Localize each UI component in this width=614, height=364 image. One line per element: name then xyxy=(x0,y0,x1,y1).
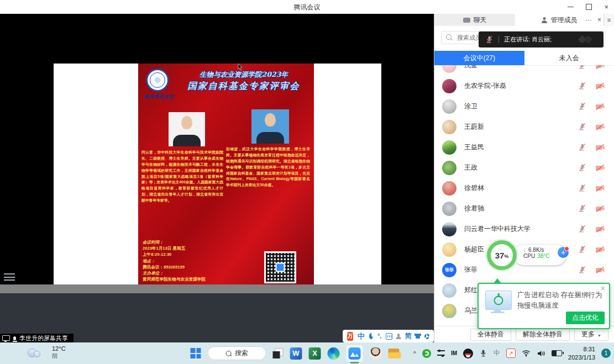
qq-icon[interactable] xyxy=(463,349,473,358)
tray-expand-icon[interactable]: ^ xyxy=(413,350,416,357)
performance-widget[interactable]: ↓6.8K/s CPU38°C 37% + xyxy=(487,239,575,272)
ime-simplified-icon[interactable]: 简 xyxy=(405,331,411,341)
cloud-icon xyxy=(27,349,43,357)
camera-muted-icon[interactable] xyxy=(595,246,605,254)
camera-muted-icon[interactable] xyxy=(595,225,605,233)
ime-language-toggle[interactable]: 中 xyxy=(358,331,365,341)
segment-in-meeting[interactable]: 会议中(27) xyxy=(434,51,524,65)
ime-keyboard-icon[interactable] xyxy=(386,333,392,340)
member-row[interactable]: 王益民 xyxy=(434,137,614,157)
member-segments: 会议中(27) 未入会 xyxy=(434,51,614,66)
mic-muted-icon[interactable] xyxy=(578,82,586,90)
popup-close-icon[interactable]: × xyxy=(601,284,605,292)
panel-menu-icon[interactable]: ≡ xyxy=(603,14,614,26)
notification-badge[interactable]: 1 xyxy=(601,349,611,358)
meeting-logo-watermark xyxy=(578,35,595,44)
member-row[interactable]: 生农学院-张磊 xyxy=(434,76,614,96)
member-row[interactable]: 徐碧林 xyxy=(434,178,614,198)
close-icon[interactable]: × xyxy=(604,3,608,10)
task-view-icon[interactable] xyxy=(273,348,284,358)
download-arrow-icon: ↓ xyxy=(523,247,526,253)
expert-photo-right xyxy=(251,109,289,144)
speaker-icon[interactable] xyxy=(537,350,545,357)
camera-muted-icon[interactable] xyxy=(595,82,605,90)
minimize-icon[interactable] xyxy=(568,7,574,7)
accelerate-plus-icon[interactable]: + xyxy=(558,247,569,258)
im-tray-icon[interactable]: IM xyxy=(451,350,457,356)
more-options-icon[interactable]: ··· xyxy=(585,16,592,24)
camera-muted-icon[interactable] xyxy=(595,205,605,213)
mic-muted-icon[interactable] xyxy=(578,245,586,254)
memory-usage-ring[interactable]: 37% xyxy=(487,240,517,270)
panel-tab-bar: 聊天 管理成员 ··· × ≡ xyxy=(434,14,614,26)
member-row[interactable]: 涂卫 xyxy=(434,96,614,117)
antivirus-icon[interactable] xyxy=(422,349,431,358)
ime-fullhalf-icon[interactable] xyxy=(369,333,373,339)
mic-muted-icon[interactable] xyxy=(578,184,586,192)
file-explorer-icon[interactable] xyxy=(389,348,401,358)
segment-not-joined[interactable]: 未入会 xyxy=(524,51,614,65)
mic-muted-icon[interactable] xyxy=(578,123,586,131)
unmute-all-button[interactable]: 解除全体静音 xyxy=(516,329,570,341)
ime-toolbar[interactable]: 万 中 °, 简 xyxy=(343,330,434,342)
mic-muted-icon[interactable] xyxy=(578,266,586,274)
monitor-power-icon xyxy=(485,291,512,310)
tab-manage-members[interactable]: 管理成员 ··· × xyxy=(515,14,603,26)
clock[interactable]: 8:31 2023/1/13 xyxy=(568,345,595,361)
horizontal-scrollbar[interactable] xyxy=(0,284,434,293)
excel-icon[interactable]: X xyxy=(309,347,321,360)
ime-punctuation-icon[interactable]: °, xyxy=(377,333,381,339)
ime-account-icon[interactable] xyxy=(397,334,401,339)
member-row[interactable]: 王政 xyxy=(434,157,614,178)
camera-muted-icon[interactable] xyxy=(595,184,605,192)
optimize-button[interactable]: 点击优化 xyxy=(566,312,605,324)
ime-settings-icon[interactable] xyxy=(424,334,429,339)
edge-icon[interactable] xyxy=(328,347,340,360)
chat-icon xyxy=(463,18,470,23)
panel-close-icon[interactable]: × xyxy=(597,16,601,24)
more-button[interactable]: 更多 xyxy=(574,329,608,341)
member-row[interactable]: 徐君驰 xyxy=(434,198,614,219)
screen-share-label: 李世升的屏幕共享 xyxy=(19,334,68,342)
wifi-icon[interactable] xyxy=(522,350,531,357)
avatar xyxy=(442,202,456,216)
weather-widget[interactable]: 12°C 阴 xyxy=(27,345,66,360)
time: 8:31 xyxy=(568,345,595,353)
camera-muted-icon[interactable] xyxy=(595,144,605,151)
mic-muted-icon[interactable] xyxy=(578,102,586,110)
mute-all-button[interactable]: 全体静音 xyxy=(470,329,511,341)
ime-indicator[interactable]: 中 xyxy=(494,349,500,358)
remote-app-icon[interactable]: ↗ xyxy=(506,349,516,358)
battery-icon[interactable] xyxy=(552,350,562,356)
microphone-tray-icon[interactable] xyxy=(479,349,487,357)
member-row[interactable]: 沈蓝 xyxy=(434,65,614,76)
ime-skin-icon[interactable] xyxy=(416,334,420,339)
member-row[interactable]: 闫云君一华中科技大学 xyxy=(434,219,614,239)
start-button[interactable] xyxy=(191,348,201,358)
mic-muted-icon[interactable] xyxy=(578,143,586,151)
camera-muted-icon[interactable] xyxy=(595,65,605,70)
taskbar-search[interactable]: 搜索 xyxy=(208,346,266,360)
tab-chat[interactable]: 聊天 xyxy=(434,14,515,26)
camera-muted-icon[interactable] xyxy=(595,164,605,172)
contact-app-icon[interactable] xyxy=(370,347,382,360)
outline-toggle-icon[interactable] xyxy=(4,273,15,281)
mic-icon xyxy=(13,336,16,340)
mic-muted-icon[interactable] xyxy=(578,65,586,70)
camera-muted-icon[interactable] xyxy=(595,103,605,110)
mic-muted-icon[interactable] xyxy=(578,163,586,172)
camera-muted-icon[interactable] xyxy=(595,123,605,131)
university-seal-logo xyxy=(146,68,169,92)
mic-muted-icon[interactable] xyxy=(578,204,586,213)
ad-warning-popup: 广告进程启动 存在捆绑行为 拖慢电脑速度 点击优化 × xyxy=(477,283,610,329)
window-titlebar[interactable]: 腾讯会议 × xyxy=(0,0,614,14)
tencent-meeting-icon-active[interactable] xyxy=(347,345,363,362)
settings-sliders-icon[interactable] xyxy=(437,350,445,356)
member-row[interactable]: 王蔚新 xyxy=(434,117,614,137)
word-icon[interactable]: W xyxy=(290,347,302,360)
ime-logo-icon[interactable]: 万 xyxy=(347,332,353,341)
maximize-icon[interactable] xyxy=(586,4,592,10)
mic-muted-icon[interactable] xyxy=(578,225,586,233)
camera-muted-icon[interactable] xyxy=(595,266,605,274)
avatar xyxy=(442,140,456,155)
